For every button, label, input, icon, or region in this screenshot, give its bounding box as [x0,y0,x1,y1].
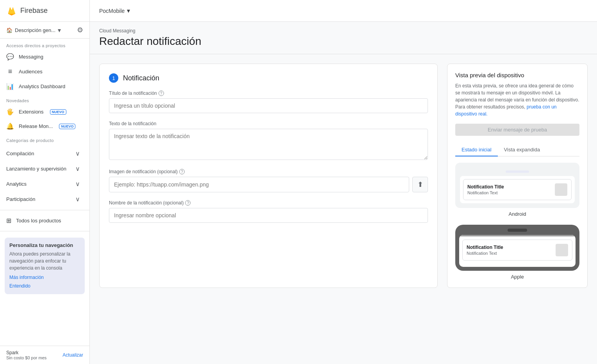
content-area: Cloud Messaging Redactar notificación 1 … [90,22,597,364]
novedades-label: Novedades [0,94,89,105]
ios-phone-mockup: Notification Title Notification Text [455,225,579,271]
personalize-section: Personaliza tu navegación Ahora puedes p… [5,238,85,294]
imagen-input[interactable] [109,177,409,192]
spark-price-label: Sin costo $0 por mes [6,355,46,360]
titulo-field-label: Título de la notificación ? [109,91,428,96]
preview-tabs: Estado inicial Vista expandida [455,144,579,156]
nombre-input[interactable] [109,208,428,223]
android-notification-inner: Notification Title Notification Text [467,183,567,196]
android-notification-text-block: Notification Title Notification Text [467,184,552,195]
android-phone-mockup: Notification Title Notification Text [455,163,579,208]
messaging-icon: 💬 [6,53,14,60]
all-products-item[interactable]: ⊞ Todos los productos [0,213,89,228]
nav-audiences[interactable]: ≡ Audiences [0,64,86,79]
nav-analytics-dashboard[interactable]: 📊 Analytics Dashboard [0,79,86,94]
personalize-description: Ahora puedes personalizar la navegación … [9,250,80,272]
android-notification-card: Notification Title Notification Text [463,179,572,200]
all-products-label: Todos los productos [16,218,61,224]
breadcrumb: Cloud Messaging [99,28,588,34]
send-test-button[interactable]: Enviar mensaje de prueba [455,124,579,136]
actualizar-button[interactable]: Actualizar [62,352,83,358]
texto-field-label: Texto de la notificación [109,121,428,126]
android-phone-inner: Notification Title Notification Text [460,176,575,203]
step-title: Notificación [123,74,159,82]
texto-textarea[interactable] [109,129,428,160]
project-home-icon: 🏠 [6,27,12,33]
nav-messaging[interactable]: 💬 Messaging [0,50,86,64]
category-compilacion[interactable]: Compilación ∨ [0,146,86,161]
preview-link[interactable]: prueba con un dispositivo real. [455,104,557,117]
categorias-label: Categorías de producto [0,133,89,144]
category-lanzamiento[interactable]: Lanzamiento y supervisión ∨ [0,161,86,176]
project-name-text: PocMobile [99,8,125,14]
android-device-name: Android [455,211,579,217]
firebase-logo-icon [6,5,17,16]
form-card: 1 Notificación Título de la notificación… [99,64,438,288]
analytics-dashboard-icon: 📊 [6,83,14,90]
category-analytics[interactable]: Analytics ∨ [0,176,86,192]
sidebar: Firebase 🏠 Descripción gen... ▾ ⚙ Acceso… [0,0,90,364]
page-title: Redactar notificación [90,34,597,54]
preview-title: Vista previa del dispositivo [455,72,579,78]
ios-notification-inner: Notification Title Notification Text [467,244,568,256]
android-notification-image [555,183,567,196]
category-participacion[interactable]: Participación ∨ [0,192,86,207]
extensions-badge: NUEVO [50,109,66,115]
ios-phone-inner: Notification Title Notification Text [459,235,576,267]
main-layout: 1 Notificación Título de la notificación… [90,64,597,297]
upload-button[interactable]: ⬆ [412,177,428,192]
ios-status-bar [459,235,576,236]
app-name: Firebase [20,7,48,15]
upload-icon: ⬆ [417,180,423,189]
imagen-label-text: Imagen de notificación (opcional) [109,169,178,174]
android-notification-title: Notification Title [467,184,552,190]
all-products-grid-icon: ⊞ [6,217,11,224]
ios-notification-title: Notification Title [467,245,552,250]
nav-release-mon-label: Release Mon... [19,123,53,129]
project-name-bar[interactable]: PocMobile ▾ [99,7,130,14]
main-content: PocMobile ▾ Cloud Messaging Redactar not… [90,0,597,364]
apple-device-container: Notification Title Notification Text App… [455,225,579,280]
entendido-button[interactable]: Entendido [9,282,30,289]
nav-analytics-dashboard-label: Analytics Dashboard [19,83,65,89]
tab-estado-inicial[interactable]: Estado inicial [455,144,498,156]
titulo-field-group: Título de la notificación ? [109,91,428,113]
imagen-input-row: ⬆ [109,177,428,192]
tab-vista-expandida[interactable]: Vista expandida [498,144,546,156]
sidebar-header: Firebase [0,0,89,22]
analytics-label: Analytics [6,181,27,187]
compilacion-chevron-icon: ∨ [75,150,80,157]
nav-extensions[interactable]: 🖐 Extensions NUEVO [0,105,86,119]
imagen-help-icon[interactable]: ? [179,169,185,174]
texto-field-group: Texto de la notificación [109,121,428,161]
mas-info-link[interactable]: Más información [9,275,80,280]
top-bar: PocMobile ▾ [90,0,597,22]
android-top-bar [506,170,529,173]
nav-extensions-label: Extensions [19,109,44,115]
titulo-label-text: Título de la notificación [109,91,157,96]
project-row: 🏠 Descripción gen... ▾ ⚙ [0,22,89,39]
extensions-icon: 🖐 [6,108,14,115]
ios-notch [508,229,527,232]
personalize-title: Personaliza tu navegación [9,242,80,248]
titulo-help-icon[interactable]: ? [159,91,164,96]
release-mon-badge: NUEVO [59,124,75,129]
analytics-chevron-icon: ∨ [75,180,80,188]
participacion-chevron-icon: ∨ [75,195,80,203]
ios-notification-card: Notification Title Notification Text [462,240,572,261]
settings-gear-icon[interactable]: ⚙ [77,26,83,34]
lanzamiento-chevron-icon: ∨ [75,165,80,172]
project-chevron-icon: ▾ [58,27,61,34]
step-badge: 1 [109,73,118,83]
project-name-label: Descripción gen... [15,27,55,33]
nombre-help-icon[interactable]: ? [185,200,191,206]
nav-release-mon[interactable]: 🔔 Release Mon... NUEVO [0,119,86,133]
spark-plan-name: Spark [6,350,46,355]
project-selector[interactable]: 🏠 Descripción gen... ▾ [6,27,61,34]
preview-panel: Vista previa del dispositivo En esta vis… [447,64,588,288]
nav-messaging-label: Messaging [19,54,43,60]
titulo-input[interactable] [109,98,428,113]
nav-audiences-label: Audiences [19,69,43,75]
nombre-label-text: Nombre de la notificación (opcional) [109,200,184,206]
texto-label-text: Texto de la notificación [109,121,156,126]
